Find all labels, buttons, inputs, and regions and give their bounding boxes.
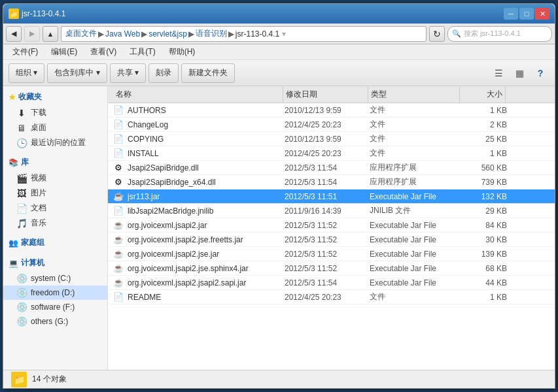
back-button[interactable]: ◀: [6, 26, 22, 42]
forward-button[interactable]: ▶: [24, 26, 40, 42]
file-name: org.jvoicexml.jsapi2.jse.sphinx4.jar: [128, 264, 285, 273]
file-date: 2011/9/16 14:39: [285, 206, 370, 216]
table-row[interactable]: 📄 AUTHORS 2010/12/13 9:59 文件 1 KB: [108, 103, 555, 118]
file-name: COPYING: [128, 135, 285, 144]
file-list: 📄 AUTHORS 2010/12/13 9:59 文件 1 KB 📄 Chan…: [108, 103, 555, 370]
file-icon: ☕: [113, 191, 124, 202]
help-icon-button[interactable]: ?: [531, 64, 549, 82]
sidebar-item-drive-d[interactable]: 💿 freedom (D:): [3, 286, 107, 300]
content-area: ★ 收藏夹 ⬇ 下载 🖥 桌面 🕒 最近访问的位置: [3, 86, 555, 370]
sidebar-label-desktop: 桌面: [31, 122, 46, 133]
table-row[interactable]: ☕ jsr113.jar 2012/5/3 11:51 Executable J…: [108, 189, 555, 204]
video-icon: 🎬: [16, 173, 27, 184]
col-header-type[interactable]: 类型: [368, 86, 460, 103]
pictures-icon: 🖼: [16, 188, 27, 199]
up-button[interactable]: ▲: [43, 26, 58, 42]
file-size: 44 KB: [461, 278, 507, 287]
view-toggle-button[interactable]: ☰: [489, 64, 508, 82]
table-row[interactable]: ☕ org.jvoicexml.jsapi2.jse.freetts.jar 2…: [108, 233, 555, 247]
status-folder-icon: 📁: [11, 372, 27, 387]
sidebar-item-drive-g[interactable]: 💿 others (G:): [3, 314, 107, 329]
col-header-name[interactable]: 名称: [113, 86, 283, 103]
search-icon: 🔍: [452, 29, 461, 38]
window-title: jsr-113-0.4.1: [22, 9, 65, 18]
organize-button[interactable]: 组织 ▾: [9, 63, 44, 83]
computer-label: 计算机: [21, 257, 44, 269]
table-row[interactable]: 📄 COPYING 2010/12/13 9:59 文件 25 KB: [108, 132, 555, 146]
menu-view[interactable]: 查看(V): [86, 45, 120, 59]
table-row[interactable]: 📄 ChangeLog 2012/4/25 20:23 文件 2 KB: [108, 118, 555, 132]
breadcrumb-item-1[interactable]: 桌面文件: [65, 28, 97, 39]
maximize-button[interactable]: □: [519, 8, 534, 20]
breadcrumb[interactable]: 桌面文件 ▶ Java Web ▶ servlet&jsp ▶ 语音识别 ▶ j…: [61, 26, 427, 42]
breadcrumb-item-2[interactable]: Java Web: [105, 29, 140, 39]
sidebar-item-drive-c[interactable]: 💿 system (C:): [3, 271, 107, 286]
search-placeholder: 搜索 jsr-113-0.4.1: [464, 29, 521, 39]
drive-d-icon: 💿: [16, 287, 27, 298]
include-library-button[interactable]: 包含到库中 ▾: [47, 63, 107, 83]
sidebar-item-recent[interactable]: 🕒 最近访问的位置: [3, 135, 107, 150]
minimize-button[interactable]: ─: [504, 8, 518, 20]
table-row[interactable]: ⚙ Jsapi2SapiBridge.dll 2012/5/3 11:54 应用…: [108, 161, 555, 175]
file-list-header: 名称 修改日期 类型 大小: [108, 86, 555, 103]
sidebar-homegroup-header[interactable]: 👥 家庭组: [3, 235, 107, 251]
file-size: 132 KB: [461, 192, 507, 201]
sidebar-item-music[interactable]: 🎵 音乐: [3, 216, 107, 231]
library-icon: 📚: [9, 158, 18, 167]
sidebar-item-downloads[interactable]: ⬇ 下载: [3, 105, 107, 120]
menu-edit[interactable]: 编辑(E): [47, 45, 81, 59]
sidebar-section-favorites: ★ 收藏夹 ⬇ 下载 🖥 桌面 🕒 最近访问的位置: [3, 89, 107, 150]
table-row[interactable]: ☕ org.jvoicexml.jsapi2.jse.jar 2012/5/3 …: [108, 247, 555, 261]
burn-button[interactable]: 刻录: [148, 63, 179, 83]
file-date: 2012/4/25 20:23: [285, 120, 370, 129]
share-button[interactable]: 共享 ▾: [110, 63, 146, 83]
title-controls: ─ □ ✕: [504, 8, 549, 20]
file-name: Jsapi2SapiBridge_x64.dll: [128, 178, 285, 187]
menu-file[interactable]: 文件(F): [9, 45, 42, 59]
menu-help[interactable]: 帮助(H): [165, 45, 200, 59]
file-name: README: [128, 293, 285, 302]
table-row[interactable]: ⚙ Jsapi2SapiBridge_x64.dll 2012/5/3 11:5…: [108, 175, 555, 189]
sidebar-item-video[interactable]: 🎬 视频: [3, 171, 107, 186]
table-row[interactable]: 📄 README 2012/4/25 20:23 文件 1 KB: [108, 290, 555, 304]
address-bar: ◀ ▶ ▲ 桌面文件 ▶ Java Web ▶ servlet&jsp ▶ 语音…: [3, 24, 555, 44]
file-name: AUTHORS: [128, 106, 285, 115]
breadcrumb-item-3[interactable]: servlet&jsp: [148, 29, 187, 39]
breadcrumb-item-4[interactable]: 语音识别: [196, 28, 227, 39]
col-header-size[interactable]: 大小: [460, 86, 506, 103]
table-row[interactable]: ☕ org.jvoicexml.jsapi2.jse.sphinx4.jar 2…: [108, 261, 555, 276]
table-row[interactable]: 📄 libJsapi2MacBridge.jnilib 2011/9/16 14…: [108, 204, 555, 218]
breadcrumb-current: jsr-113-0.4.1: [235, 29, 279, 39]
close-button[interactable]: ✕: [535, 8, 549, 20]
sidebar-item-desktop[interactable]: 🖥 桌面: [3, 120, 107, 135]
file-icon: ☕: [113, 263, 124, 274]
file-icon: 📄: [113, 148, 124, 159]
sidebar-item-documents[interactable]: 📄 文档: [3, 201, 107, 216]
breadcrumb-expand[interactable]: ▾: [282, 29, 286, 39]
new-folder-button[interactable]: 新建文件夹: [181, 63, 235, 83]
file-size: 2 KB: [461, 120, 507, 129]
sidebar-label-recent: 最近访问的位置: [31, 137, 86, 148]
sidebar-computer-header[interactable]: 💻 计算机: [3, 255, 107, 271]
refresh-button[interactable]: ↻: [429, 26, 445, 42]
drive-f-icon: 💿: [16, 302, 27, 312]
sidebar-item-pictures[interactable]: 🖼 图片: [3, 186, 107, 201]
homegroup-label: 家庭组: [21, 237, 44, 248]
col-header-date[interactable]: 修改日期: [283, 86, 368, 103]
table-row[interactable]: 📄 INSTALL 2012/4/25 20:23 文件 1 KB: [108, 146, 555, 161]
table-row[interactable]: ☕ org.jvoicexml.jsapi2.jar 2012/5/3 11:5…: [108, 218, 555, 233]
file-icon: 📄: [113, 105, 124, 116]
table-row[interactable]: ☕ org.jvoicexml.jsapi2.jsapi2.sapi.jar 2…: [108, 276, 555, 290]
sidebar-favorites-header[interactable]: ★ 收藏夹: [3, 89, 107, 105]
file-date: 2010/12/13 9:59: [285, 106, 370, 115]
menu-tools[interactable]: 工具(T): [126, 45, 159, 59]
downloads-icon: ⬇: [16, 108, 27, 118]
preview-pane-button[interactable]: ▦: [510, 64, 529, 82]
toolbar: 组织 ▾ 包含到库中 ▾ 共享 ▾ 刻录 新建文件夹 ☰ ▦ ?: [3, 60, 555, 86]
file-size: 1 KB: [461, 293, 507, 302]
search-bar[interactable]: 🔍 搜索 jsr-113-0.4.1: [447, 26, 552, 42]
sidebar-library-header[interactable]: 📚 库: [3, 154, 107, 171]
file-date: 2012/5/3 11:54: [285, 278, 370, 287]
title-bar-left: 📁 jsr-113-0.4.1: [9, 8, 65, 19]
sidebar-item-drive-f[interactable]: 💿 software (F:): [3, 300, 107, 314]
